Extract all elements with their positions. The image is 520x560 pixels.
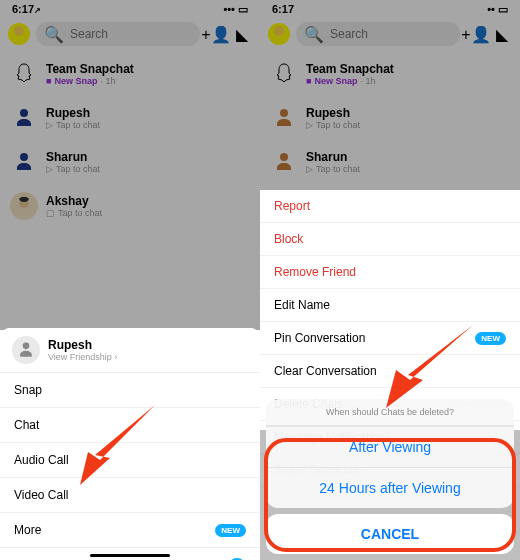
actionsheet-title: When should Chats be deleted? [266, 399, 514, 426]
menu-pin[interactable]: Pin ConversationNEW [260, 322, 520, 355]
delete-chats-actionsheet: When should Chats be deleted? After View… [266, 399, 514, 554]
sheet-row-video[interactable]: Video Call [0, 477, 260, 512]
home-indicator [90, 554, 170, 557]
action-sheet: RupeshView Friendship › Snap Chat Audio … [0, 328, 260, 560]
dim-overlay [260, 0, 520, 190]
menu-clear[interactable]: Clear Conversation [260, 355, 520, 388]
sheet-row-chat[interactable]: Chat [0, 407, 260, 442]
new-badge: NEW [215, 524, 246, 537]
sheet-row-snap[interactable]: Snap [0, 372, 260, 407]
sheet-row-audio[interactable]: Audio Call [0, 442, 260, 477]
right-pane: 6:17 •• ▭ 🔍 +👤 ◣ Team Snapchat■New Snap·… [260, 0, 520, 560]
new-badge: NEW [475, 332, 506, 345]
avatar-small-icon [12, 336, 40, 364]
cancel-button[interactable]: CANCEL [266, 514, 514, 554]
option-after-viewing[interactable]: After Viewing [266, 426, 514, 467]
menu-block[interactable]: Block [260, 223, 520, 256]
menu-edit-name[interactable]: Edit Name [260, 289, 520, 322]
menu-remove-friend[interactable]: Remove Friend [260, 256, 520, 289]
option-24-hours[interactable]: 24 Hours after Viewing [266, 467, 514, 508]
sheet-header[interactable]: RupeshView Friendship › [0, 328, 260, 372]
menu-report[interactable]: Report [260, 190, 520, 223]
left-pane: 6:17↗ ••• ▭ 🔍 +👤 ◣ Team Snapchat■New Sna… [0, 0, 260, 560]
sheet-row-more[interactable]: MoreNEW [0, 512, 260, 547]
dim-overlay [0, 0, 260, 330]
